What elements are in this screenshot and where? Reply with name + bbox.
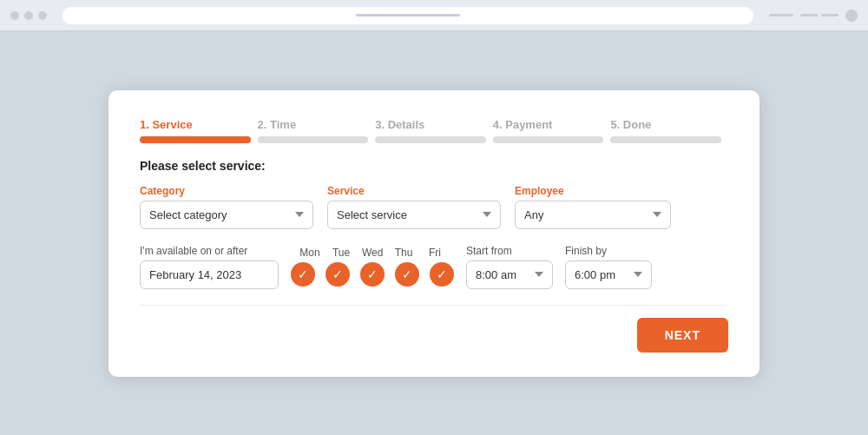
page-background: 1. Service 2. Time 3. Details 4. Payment… (0, 31, 868, 435)
booking-card: 1. Service 2. Time 3. Details 4. Payment… (108, 90, 760, 377)
step-service-bar (140, 136, 251, 143)
step-done-label: 5. Done (610, 118, 728, 131)
tabs-icon (800, 14, 838, 16)
divider (140, 305, 728, 306)
browser-dot-red (10, 11, 19, 20)
dropdowns-row: Category Select category Service Select … (140, 185, 728, 229)
start-from-label: Start from (466, 245, 553, 257)
browser-addressbar (62, 7, 753, 24)
employee-label: Employee (515, 185, 671, 197)
step-details: 3. Details (375, 118, 493, 143)
availability-input[interactable] (140, 260, 279, 289)
availability-group: I'm available on or after (140, 245, 279, 289)
service-select[interactable]: Select service (327, 201, 501, 229)
category-select[interactable]: Select category (140, 201, 313, 229)
employee-group: Employee Any (515, 185, 671, 229)
finish-by-group: Finish by 3:00 pm 4:00 pm 5:00 pm 6:00 p… (565, 245, 652, 289)
step-service-label: 1. Service (140, 118, 258, 131)
step-details-bar (375, 136, 486, 143)
day-btn-wed[interactable]: ✓ (360, 262, 385, 287)
start-from-select[interactable]: 7:00 am 8:00 am 9:00 am (466, 260, 553, 289)
browser-icons (769, 10, 858, 22)
next-button[interactable]: NEXT (637, 318, 728, 353)
day-label-mon: Mon (299, 247, 320, 259)
step-payment-label: 4. Payment (493, 118, 611, 131)
employee-select[interactable]: Any (515, 201, 671, 229)
service-label: Service (327, 185, 501, 197)
category-label: Category (140, 185, 313, 197)
days-labels: Mon Tue Wed Thu Fri (299, 247, 445, 259)
addressbar-content (356, 14, 460, 16)
day-label-tue: Tue (331, 247, 352, 259)
day-btn-tue[interactable]: ✓ (326, 262, 350, 287)
availability-label: I'm available on or after (140, 245, 279, 257)
availability-row: I'm available on or after Mon Tue Wed Th… (140, 245, 728, 289)
step-payment-bar (493, 136, 604, 143)
day-label-fri: Fri (424, 247, 445, 259)
card-footer: NEXT (140, 318, 728, 353)
step-done: 5. Done (610, 118, 728, 143)
browser-dot-green (38, 11, 47, 20)
day-label-wed: Wed (362, 247, 383, 259)
start-from-group: Start from 7:00 am 8:00 am 9:00 am (466, 245, 553, 289)
day-btn-fri[interactable]: ✓ (430, 262, 454, 287)
user-icon (845, 10, 858, 22)
days-buttons: ✓ ✓ ✓ ✓ ✓ (291, 262, 454, 287)
category-group: Category Select category (140, 185, 313, 229)
step-time: 2. Time (258, 118, 376, 143)
step-details-label: 3. Details (375, 118, 493, 131)
step-time-label: 2. Time (258, 118, 376, 131)
browser-dot-yellow (24, 11, 33, 20)
steps-row: 1. Service 2. Time 3. Details 4. Payment… (140, 118, 728, 143)
step-time-bar (258, 136, 369, 143)
finish-by-label: Finish by (565, 245, 652, 257)
menu-icon (769, 14, 793, 16)
finish-by-select[interactable]: 3:00 pm 4:00 pm 5:00 pm 6:00 pm 7:00 pm (565, 260, 652, 289)
step-service: 1. Service (140, 118, 258, 143)
section-title: Please select service: (140, 159, 728, 173)
browser-chrome (0, 0, 868, 31)
day-btn-thu[interactable]: ✓ (395, 262, 419, 287)
days-group: Mon Tue Wed Thu Fri ✓ ✓ ✓ ✓ ✓ (291, 247, 454, 287)
service-group: Service Select service (327, 185, 501, 229)
step-payment: 4. Payment (493, 118, 611, 143)
day-label-thu: Thu (393, 247, 414, 259)
step-done-bar (610, 136, 721, 143)
day-btn-mon[interactable]: ✓ (291, 262, 315, 287)
